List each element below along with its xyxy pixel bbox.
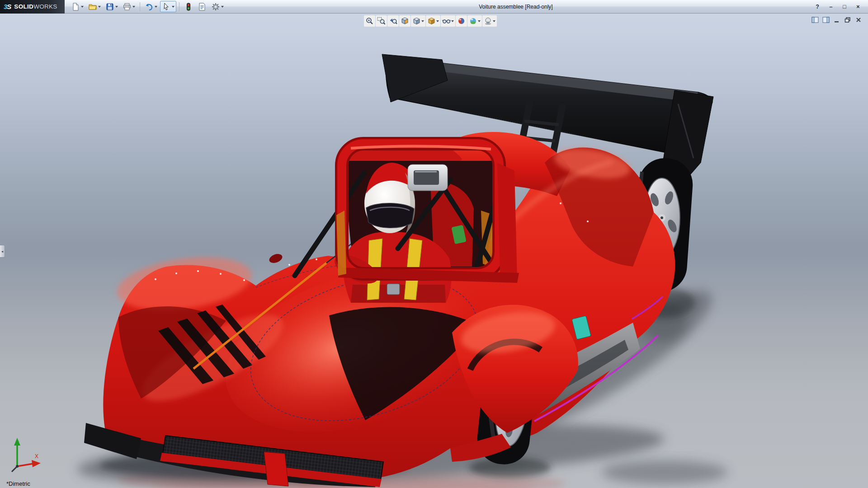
view-orientation-button[interactable] [411, 15, 425, 27]
file-properties-button[interactable] [196, 1, 208, 12]
document-restore-button[interactable] [843, 16, 852, 23]
dropdown-caret-icon[interactable] [436, 20, 439, 22]
maximize-button[interactable]: □ [840, 3, 849, 11]
view-settings-button[interactable] [482, 15, 497, 27]
chevron-left-icon: ◂ [1, 249, 3, 253]
graphics-viewport[interactable]: ◂ X *Dimetric [0, 14, 868, 488]
harness-buckle [387, 284, 400, 295]
featuremanager-pane-toggle-button[interactable] [811, 16, 819, 23]
dropdown-caret-icon[interactable] [451, 20, 454, 22]
titlebar: 3S SOLIDWORKS [0, 0, 868, 14]
dropdown-caret-icon[interactable] [221, 6, 224, 8]
save-floppy-icon [105, 2, 114, 11]
document-close-button[interactable] [854, 16, 863, 23]
section-view-button[interactable] [399, 15, 410, 27]
close-button[interactable]: × [854, 3, 863, 11]
dropdown-caret-icon[interactable] [493, 20, 495, 22]
previous-view-icon [389, 17, 397, 25]
rebuild-traffic-light-icon [184, 2, 193, 11]
pane-left-icon [811, 17, 819, 23]
help-button[interactable]: ? [813, 3, 822, 11]
rebuild-button[interactable] [182, 1, 195, 12]
feature-manager-collapse-tab[interactable]: ◂ [0, 245, 5, 258]
options-button[interactable] [209, 1, 226, 12]
dropdown-caret-icon[interactable] [132, 6, 135, 8]
logo-text-works: WORKS [33, 3, 57, 10]
zoom-to-fit-button[interactable] [364, 15, 375, 27]
triad-origin [16, 465, 19, 468]
solidworks-logo: 3S SOLIDWORKS [0, 0, 65, 14]
select-button[interactable] [160, 1, 176, 12]
dropdown-caret-icon[interactable] [115, 6, 118, 8]
display-style-button[interactable] [426, 15, 440, 27]
logo-text-solid: SOLID [14, 3, 33, 10]
document-minimize-button[interactable] [832, 16, 841, 23]
open-button[interactable] [86, 1, 103, 12]
eyeglasses-icon [442, 17, 451, 25]
select-cursor-icon [162, 2, 171, 11]
dropdown-caret-icon[interactable] [172, 6, 175, 8]
3d-model-red-race-car[interactable] [0, 14, 868, 488]
window-controls: ? – □ × [813, 3, 868, 11]
previous-view-button[interactable] [387, 15, 399, 27]
new-document-button[interactable] [69, 1, 85, 12]
minimize-icon [833, 17, 840, 23]
pane-right-icon [822, 17, 830, 23]
minimize-button[interactable]: – [826, 3, 835, 11]
apply-scene-button[interactable] [467, 15, 482, 27]
view-orientation-label: *Dimetric [6, 480, 30, 487]
toolbar-separator [140, 2, 140, 11]
rear-view-mirror[interactable] [408, 164, 448, 191]
appearance-sphere-icon [457, 17, 466, 25]
scene-sphere-icon [469, 17, 477, 25]
x-axis-arrow [32, 460, 41, 467]
zoom-to-area-button[interactable] [376, 15, 387, 27]
section-view-icon [401, 17, 409, 25]
options-gear-icon [211, 2, 220, 11]
window-title: Voiture assemblee [Read-only] [479, 4, 552, 10]
zoom-to-fit-icon [365, 17, 374, 25]
edit-appearance-button[interactable] [456, 15, 467, 27]
dropdown-caret-icon[interactable] [155, 6, 157, 8]
display-pane-toggle-button[interactable] [821, 16, 830, 23]
display-style-cube-icon [427, 17, 436, 25]
zoom-to-area-icon [377, 17, 386, 25]
y-axis-arrow [14, 438, 20, 446]
print-icon [123, 2, 132, 11]
restore-icon [844, 17, 851, 23]
heads-up-view-toolbar [364, 15, 497, 27]
dropdown-caret-icon[interactable] [98, 6, 101, 8]
reference-triad: X [6, 436, 42, 474]
open-folder-icon [88, 2, 97, 11]
document-window-controls [811, 16, 863, 23]
close-icon [855, 17, 862, 23]
toolbar-separator [179, 2, 179, 11]
file-properties-icon [198, 2, 207, 11]
dassault-3ds-logo-icon: 3S [4, 3, 11, 10]
side-mirror[interactable] [268, 252, 283, 264]
main-toolbar [65, 1, 226, 12]
undo-button[interactable] [143, 1, 159, 12]
solidworks-window: 3S SOLIDWORKS [0, 0, 868, 488]
hide-show-items-button[interactable] [441, 15, 455, 27]
save-button[interactable] [104, 1, 120, 12]
print-button[interactable] [121, 1, 137, 12]
undo-arrow-icon [145, 2, 154, 11]
new-document-icon [71, 2, 80, 11]
dropdown-caret-icon[interactable] [81, 6, 84, 8]
dropdown-caret-icon[interactable] [421, 20, 424, 22]
x-axis-label: X [35, 453, 38, 460]
dropdown-caret-icon[interactable] [478, 20, 481, 22]
view-settings-sphere-icon [484, 17, 492, 25]
view-cube-icon [412, 17, 421, 25]
